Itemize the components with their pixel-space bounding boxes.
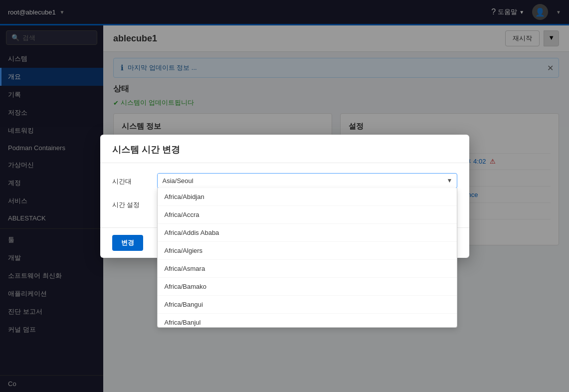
timezone-input-wrap: ▼ Africa/Abidjan Africa/Accra Africa/Add… [157, 173, 457, 189]
list-item[interactable]: Africa/Addis Ababa [158, 224, 457, 242]
time-setting-label: 시간 설정 [112, 196, 157, 209]
modal-title: 시스템 시간 변경 [112, 145, 180, 155]
timezone-input[interactable] [158, 174, 443, 188]
list-item[interactable]: Africa/Algiers [158, 242, 457, 260]
list-item[interactable]: Africa/Accra [158, 206, 457, 224]
system-time-modal: 시스템 시간 변경 시간대 ▼ Africa/Abidjan Africa/Ac… [100, 135, 469, 258]
timezone-label: 시간대 [112, 173, 157, 186]
list-item[interactable]: Africa/Banjul [158, 314, 457, 328]
list-item[interactable]: Africa/Bangui [158, 296, 457, 314]
timezone-dropdown-list: Africa/Abidjan Africa/Accra Africa/Addis… [157, 188, 457, 328]
modal-overlay[interactable]: 시스템 시간 변경 시간대 ▼ Africa/Abidjan Africa/Ac… [0, 0, 569, 392]
list-item[interactable]: Africa/Abidjan [158, 188, 457, 206]
list-item[interactable]: Africa/Asmara [158, 260, 457, 278]
list-item[interactable]: Africa/Bamako [158, 278, 457, 296]
dropdown-arrow-icon[interactable]: ▼ [443, 177, 457, 184]
timezone-form-row: 시간대 ▼ Africa/Abidjan Africa/Accra Africa… [112, 173, 457, 189]
modal-header: 시스템 시간 변경 [100, 135, 469, 163]
modal-body: 시간대 ▼ Africa/Abidjan Africa/Accra Africa… [100, 163, 469, 227]
timezone-form-control: ▼ Africa/Abidjan Africa/Accra Africa/Add… [157, 173, 457, 189]
change-button[interactable]: 변경 [112, 235, 143, 251]
